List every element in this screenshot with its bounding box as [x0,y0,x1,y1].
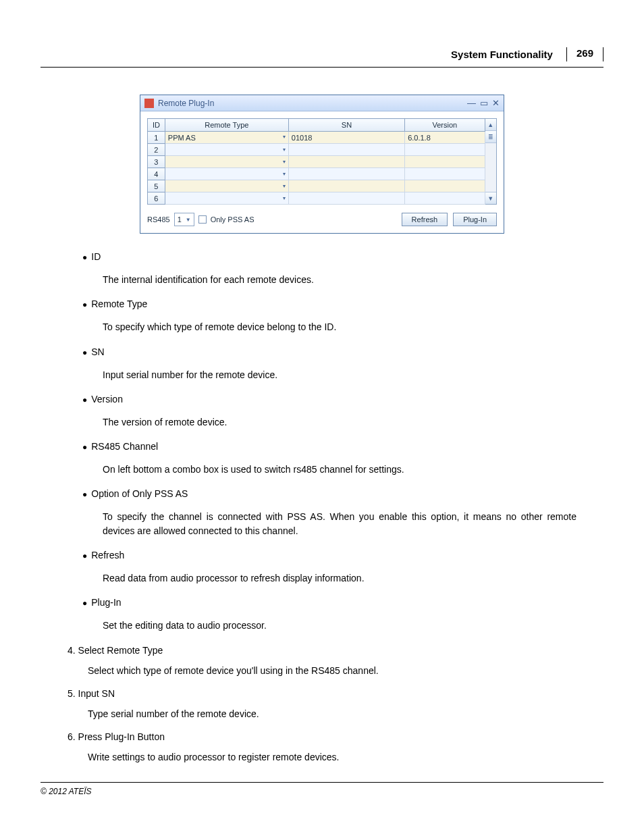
chevron-down-icon: ▾ [283,159,286,165]
bullet-item: ●RS485 Channel [68,441,576,453]
cell-version [405,192,485,205]
col-sn[interactable]: SN [288,119,404,132]
cell-remote-type[interactable]: ▾ [165,156,288,168]
rs485-channel-select[interactable]: 1 ▼ [174,213,194,226]
only-pss-checkbox[interactable] [198,215,207,224]
bullet-item: ●Option of Only PSS AS [68,488,576,500]
page-number: 269 [566,47,603,61]
cell-id: 3 [148,156,165,168]
chevron-down-icon: ▾ [283,171,286,177]
rs485-channel-value: 1 [178,215,182,224]
cell-version [405,144,485,156]
bullet-head: Remote Type [91,298,147,309]
table-row[interactable]: 4▾ [148,168,485,180]
bullet-desc: To specify which type of remote device b… [103,320,576,334]
chevron-down-icon: ▾ [283,147,286,153]
cell-version [405,156,485,168]
cell-sn[interactable]: 01018 [288,132,404,144]
numbered-item: 4. Select Remote Type [68,645,576,656]
cell-sn[interactable] [288,144,404,156]
bullet-item: ●Version [68,394,576,406]
col-version[interactable]: Version [405,119,485,132]
col-remote-type[interactable]: Remote Type [165,119,288,132]
bullet-item: ●Remote Type [68,298,576,311]
numbered-item: 5. Input SN [68,688,576,699]
cell-remote-type[interactable]: ▾ [165,180,288,192]
bullet-desc: The internal identification for each rem… [103,273,576,286]
cell-id: 5 [148,180,165,192]
table-row[interactable]: 6▾ [148,192,485,205]
cell-version: 6.0.1.8 [405,132,485,144]
bullet-desc: On left bottom a combo box is used to sw… [103,463,576,476]
cell-remote-type[interactable]: ▾ [165,144,288,156]
cell-sn[interactable] [288,168,404,180]
bullet-icon: ● [82,298,87,311]
header-title: System Functionality [451,49,566,60]
bullet-icon: ● [82,441,87,453]
bullet-item: ●Refresh [68,550,576,562]
cell-sn[interactable] [288,180,404,192]
bullet-icon: ● [82,346,87,359]
bullet-desc: Input serial number for the remote devic… [103,368,576,382]
cell-remote-type[interactable]: ▾ [165,192,288,205]
chevron-down-icon: ▾ [283,134,286,140]
chevron-down-icon: ▼ [186,217,191,223]
minimize-icon[interactable]: — [467,98,476,108]
bullet-icon: ● [82,550,87,562]
table-row[interactable]: 1PPM AS▾010186.0.1.8 [148,132,485,144]
scrollbar[interactable]: ▲ ≣ ▼ [485,118,497,205]
scroll-down-icon[interactable]: ▼ [485,192,496,204]
bullet-head: Version [91,394,123,405]
rs485-label: RS485 [147,215,170,224]
bullet-item: ●Plug-In [68,597,576,609]
chevron-down-icon: ▾ [283,195,286,201]
bullet-head: Option of Only PSS AS [91,488,188,499]
cell-sn[interactable] [288,156,404,168]
chevron-down-icon: ▾ [283,183,286,189]
bullet-head: RS485 Channel [91,441,158,452]
table-row[interactable]: 3▾ [148,156,485,168]
cell-sn[interactable] [288,192,404,205]
page-header: System Functionality 269 [41,47,603,68]
numbered-desc: Select which type of remote device you'l… [88,665,576,676]
app-icon [144,99,154,108]
bullet-head: Refresh [91,550,124,561]
scroll-track[interactable] [485,143,496,192]
bullet-head: SN [91,346,104,357]
bullet-head: ID [91,251,101,262]
cell-version [405,168,485,180]
bullet-desc: The version of remote device. [103,415,576,429]
bullet-icon: ● [82,251,87,263]
copyright: © 2012 ATEÏS [41,782,603,796]
refresh-button[interactable]: Refresh [402,213,448,226]
bullet-head: Plug-In [91,597,121,608]
bullet-icon: ● [82,394,87,406]
bullet-icon: ● [82,488,87,500]
scroll-thumb[interactable]: ≣ [485,131,496,143]
maximize-icon[interactable]: ▭ [480,98,488,108]
cell-remote-type[interactable]: ▾ [165,168,288,180]
numbered-desc: Write settings to audio processor to reg… [88,752,576,762]
remote-plugin-window: Remote Plug-In — ▭ ✕ ID Remote Type SN V… [140,95,504,234]
table-row[interactable]: 2▾ [148,144,485,156]
cell-id: 6 [148,192,165,205]
col-id[interactable]: ID [148,119,165,132]
bullet-desc: Read data from audio processor to refres… [103,571,576,585]
scroll-up-icon[interactable]: ▲ [485,119,496,131]
bullet-item: ●ID [68,251,576,263]
cell-id: 2 [148,144,165,156]
cell-id: 1 [148,132,165,144]
cell-version [405,180,485,192]
remote-table: ID Remote Type SN Version 1PPM AS▾010186… [147,118,485,205]
close-icon[interactable]: ✕ [492,98,500,108]
table-row[interactable]: 5▾ [148,180,485,192]
only-pss-label: Only PSS AS [211,215,254,224]
bullet-desc: Set the editing data to audio processor. [103,619,576,632]
cell-id: 4 [148,168,165,180]
plugin-button[interactable]: Plug-In [453,213,497,226]
numbered-item: 6. Press Plug-In Button [68,731,576,742]
cell-remote-type[interactable]: PPM AS▾ [165,132,288,144]
window-titlebar[interactable]: Remote Plug-In — ▭ ✕ [140,95,504,111]
bullet-icon: ● [82,597,87,609]
bullet-desc: To specify the channel is connected with… [103,510,576,538]
